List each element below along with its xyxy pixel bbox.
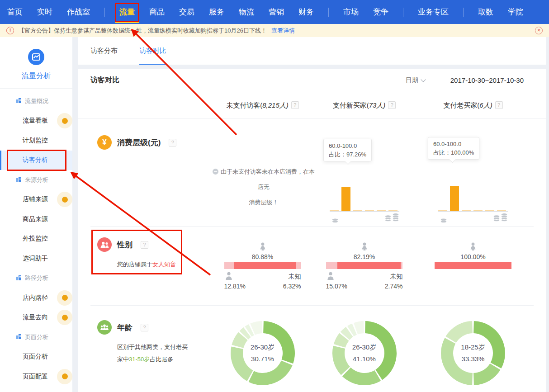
nav-item-1[interactable]: 实时	[37, 0, 52, 24]
building-icon	[15, 274, 22, 282]
coin-axis	[330, 212, 399, 223]
notification-dot	[57, 290, 72, 306]
gender-bar[interactable]	[435, 262, 511, 269]
warning-icon: !	[6, 27, 14, 34]
date-range-value[interactable]: 2017-10-30~2017-10-30	[450, 76, 524, 84]
notification-dot	[57, 369, 72, 384]
sidebar-group-header: 流量概况	[0, 91, 72, 111]
help-icon[interactable]: ?	[141, 324, 148, 331]
help-icon[interactable]: ?	[291, 101, 299, 109]
sidebar-item[interactable]: 页面分析	[0, 347, 72, 367]
notification-dot	[57, 310, 72, 325]
building-icon	[15, 176, 22, 184]
unknown-label: 未知	[385, 271, 403, 281]
help-icon[interactable]: ?	[495, 101, 503, 109]
sidebar-group-header: 页面分析	[0, 327, 72, 347]
age-family-icon	[97, 320, 112, 335]
top-nav: 首页实时作战室流量商品交易服务物流营销财务市场竞争业务专区取数学院	[0, 0, 549, 24]
sidebar-item[interactable]: 外投监控	[0, 229, 72, 249]
close-icon[interactable]: ×	[535, 27, 543, 34]
column-header-unpaid: 未支付访客(8,215人)?	[212, 101, 313, 110]
announcement-link[interactable]: 查看详情	[271, 27, 295, 35]
age-col-unpaid: 26-30岁 30.71%	[212, 306, 313, 392]
nav-item-0[interactable]: 首页	[7, 0, 23, 24]
sidebar-menu: 流量概况流量看板计划监控访客分析来源分析店铺来源商品来源外投监控选词助手路径分析…	[0, 89, 72, 387]
sidebar-item[interactable]: 商品来源	[0, 209, 72, 229]
minus-icon	[213, 169, 218, 175]
sidebar-item[interactable]: 流量看板	[0, 111, 72, 131]
female-icon	[469, 245, 478, 252]
sidebar-group-header: 路径分析	[0, 269, 72, 288]
donut-center-label: 26-30岁 30.71%	[229, 341, 297, 365]
sidebar-group-header: 来源分析	[0, 170, 72, 190]
sidebar-header: 流量分析	[0, 37, 72, 89]
sidebar-item[interactable]: 店内路径	[0, 288, 72, 308]
nav-item-8[interactable]: 营销	[269, 0, 284, 24]
gender-title: 性别	[117, 240, 133, 250]
nav-item-7[interactable]: 物流	[239, 0, 254, 24]
nav-divider	[328, 8, 329, 17]
age-donut-chart[interactable]: 18-25岁 33.33%	[439, 319, 507, 387]
sidebar-title: 流量分析	[0, 71, 72, 81]
consumption-bar-chart[interactable]	[330, 185, 399, 223]
nav-item-14[interactable]: 学院	[508, 0, 523, 24]
column-header-old-buyers: 支付老买家(6人)?	[415, 101, 531, 110]
page-title: 访客对比	[90, 76, 119, 85]
gender-bar[interactable]	[224, 262, 301, 269]
nav-item-6[interactable]: 服务	[209, 0, 224, 24]
donut-center-label: 18-25岁 33.33%	[439, 341, 507, 365]
gender-col-old-buyers: 100.00%	[415, 227, 531, 306]
nav-item-12[interactable]: 业务专区	[418, 0, 449, 24]
male-percentage: 15.07%	[326, 283, 347, 290]
nav-item-10[interactable]: 市场	[343, 0, 359, 24]
help-icon[interactable]: ?	[169, 139, 176, 146]
sidebar-item[interactable]: 页面配置	[0, 367, 72, 387]
active-tab-underline	[115, 21, 139, 23]
chart-tooltip: 60.0-100.0 占比：100.00%	[428, 137, 479, 160]
sidebar-item[interactable]: 店铺来源	[0, 190, 72, 210]
nav-item-5[interactable]: 交易	[179, 0, 194, 24]
age-donut-chart[interactable]: 26-30岁 30.71%	[229, 319, 297, 387]
unknown-percentage: 6.32%	[283, 281, 301, 291]
age-label-cell: 年龄 ? 区别于其他两类，支付老买 家中31-50岁占比居多	[78, 306, 212, 392]
gender-col-new-buyers: 82.19% 15.07% 未知 2.74%	[313, 227, 415, 306]
sidebar-item[interactable]: 流量去向	[0, 308, 72, 328]
consumption-label-cell: ¥ 消费层级(元) ?	[78, 119, 212, 227]
coin-stacks-icon	[493, 212, 508, 222]
nav-item-3[interactable]: 流量	[119, 0, 135, 24]
nav-divider	[104, 8, 105, 17]
age-col-new-buyers: 26-30岁 41.10%	[313, 306, 415, 392]
date-dropdown[interactable]: 日期	[406, 76, 425, 85]
female-percentage: 82.19%	[326, 253, 403, 260]
consumption-note: 由于未支付访客未在本店消费，在本店无 消费层级！	[212, 164, 316, 210]
nav-item-9[interactable]: 财务	[298, 0, 314, 24]
female-percentage: 100.00%	[435, 253, 511, 260]
nav-item-13[interactable]: 取数	[478, 0, 493, 24]
traffic-analysis-icon	[28, 59, 44, 66]
tab-visitor-comparison[interactable]: 访客对比	[139, 37, 166, 65]
building-icon	[15, 333, 22, 341]
sidebar-item[interactable]: 访客分析	[0, 151, 72, 170]
sidebar: 流量分析 流量概况流量看板计划监控访客分析来源分析店铺来源商品来源外投监控选词助…	[0, 37, 72, 392]
annotation-box-nav	[115, 3, 139, 22]
nav-item-11[interactable]: 竞争	[373, 0, 388, 24]
gender-label-cell: 性别 ? 您的店铺属于女人知音	[78, 227, 212, 306]
age-title: 年龄	[117, 322, 133, 333]
tab-visitor-distribution[interactable]: 访客分布	[90, 37, 118, 65]
sidebar-item[interactable]: 选词助手	[0, 249, 72, 269]
sidebar-item[interactable]: 计划监控	[0, 131, 72, 151]
notification-dot	[57, 113, 72, 128]
gender-description: 您的店铺属于女人知音	[117, 258, 203, 270]
nav-item-2[interactable]: 作战室	[67, 0, 90, 24]
help-icon[interactable]: ?	[141, 241, 148, 249]
gender-bar[interactable]	[326, 262, 403, 269]
age-col-old-buyers: 18-25岁 33.33%	[415, 306, 531, 392]
consumption-bar-chart[interactable]	[438, 185, 508, 223]
gender-people-icon	[97, 237, 112, 252]
consumption-col-old-buyers: 60.0-100.0 占比：100.00%	[415, 119, 531, 227]
age-donut-chart[interactable]: 26-30岁 41.10%	[331, 319, 398, 387]
help-icon[interactable]: ?	[388, 101, 396, 109]
male-icon	[224, 274, 233, 282]
app-window: 首页实时作战室流量商品交易服务物流营销财务市场竞争业务专区取数学院 ! 【官方公…	[0, 0, 549, 392]
nav-item-4[interactable]: 商品	[149, 0, 165, 24]
